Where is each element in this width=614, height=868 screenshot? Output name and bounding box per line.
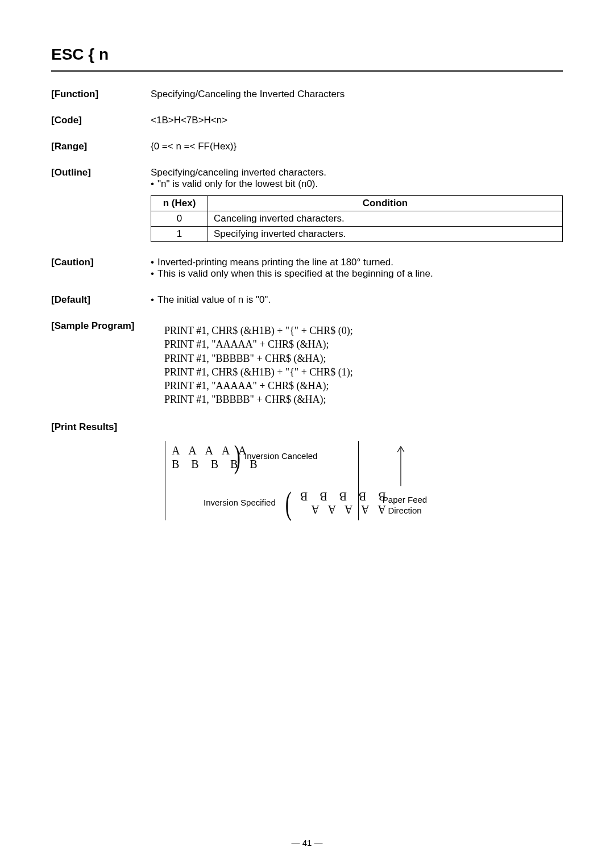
outline-line1: Specifying/canceling inverted characters…: [151, 167, 563, 178]
inverted-output: A A A A A B B B B B: [296, 490, 386, 516]
inversion-canceled-label: Inversion Canceled: [244, 451, 317, 461]
function-row: [Function] Specifying/Canceling the Inve…: [51, 89, 563, 100]
sample-code-block: PRINT #1, CHR$ (&H1B) + "{" + CHR$ (0); …: [164, 324, 563, 407]
paper-feed-label: Paper Feed Direction: [376, 494, 433, 516]
print-results-row: [Print Results]: [51, 422, 563, 433]
default-text: The initial value of n is "0".: [157, 294, 271, 306]
code-text: <1B>H<7B>H<n>: [151, 115, 563, 126]
code-line: PRINT #1, "AAAAA" + CHR$ (&HA);: [164, 379, 563, 393]
code-line: PRINT #1, "AAAAA" + CHR$ (&HA);: [164, 337, 563, 351]
default-row: [Default] • The initial value of n is "0…: [51, 294, 563, 306]
table-header-n: n (Hex): [151, 196, 208, 211]
table-row: 0 Canceling inverted characters.: [151, 211, 563, 227]
bullet-icon: •: [151, 178, 154, 190]
bullet-icon: •: [151, 294, 154, 306]
condition-table: n (Hex) Condition 0 Canceling inverted c…: [151, 195, 563, 242]
bullet-icon: •: [151, 257, 154, 268]
code-line: PRINT #1, "BBBBB" + CHR$ (&HA);: [164, 352, 563, 365]
range-label: [Range]: [51, 141, 151, 152]
table-cell-cond: Canceling inverted characters.: [208, 211, 563, 227]
sample-label: [Sample Program]: [51, 320, 151, 407]
code-line: PRINT #1, CHR$ (&H1B) + "{" + CHR$ (0);: [164, 324, 563, 337]
inversion-specified-label: Inversion Specified: [204, 498, 276, 507]
table-cell-n: 1: [151, 227, 208, 242]
table-row: 1 Specifying inverted characters.: [151, 227, 563, 242]
arrow-up-icon: [395, 442, 406, 487]
range-text: {0 =< n =< FF(Hex)}: [151, 141, 563, 152]
function-label: [Function]: [51, 89, 151, 100]
sample-row: [Sample Program] PRINT #1, CHR$ (&H1B) +…: [51, 320, 563, 407]
brace-icon: ): [234, 439, 240, 475]
page-number: — 41 —: [0, 838, 614, 848]
print-results-label: [Print Results]: [51, 422, 151, 433]
vertical-rule-icon: [358, 441, 359, 520]
code-line: PRINT #1, CHR$ (&H1B) + "{" + CHR$ (1);: [164, 365, 563, 379]
outline-label: [Outline]: [51, 167, 151, 242]
outline-line2: "n" is valid only for the lowest bit (n0…: [157, 178, 318, 190]
output-line-a-inv: A A A A A: [296, 503, 386, 516]
brace-icon: (: [285, 485, 292, 521]
table-cell-n: 0: [151, 211, 208, 227]
command-title: ESC { n: [51, 45, 563, 72]
table-header-cond: Condition: [208, 196, 563, 211]
function-text: Specifying/Canceling the Inverted Charac…: [151, 89, 563, 100]
caution-line1: Inverted-printing means printing the lin…: [157, 257, 393, 268]
code-line: PRINT #1, "BBBBB" + CHR$ (&HA);: [164, 393, 563, 406]
outline-row: [Outline] Specifying/canceling inverted …: [51, 167, 563, 242]
code-label: [Code]: [51, 115, 151, 126]
print-results-diagram: A A A A A B B B B B ) Inversion Canceled…: [165, 441, 563, 526]
output-line-b-inv: B B B B B: [296, 490, 386, 503]
table-cell-cond: Specifying inverted characters.: [208, 227, 563, 242]
vertical-rule-icon: [165, 441, 165, 520]
range-row: [Range] {0 =< n =< FF(Hex)}: [51, 141, 563, 152]
caution-row: [Caution] • Inverted-printing means prin…: [51, 257, 563, 279]
caution-label: [Caution]: [51, 257, 151, 279]
code-row: [Code] <1B>H<7B>H<n>: [51, 115, 563, 126]
bullet-icon: •: [151, 268, 154, 279]
default-label: [Default]: [51, 294, 151, 306]
caution-line2: This is valid only when this is specifie…: [157, 268, 433, 279]
